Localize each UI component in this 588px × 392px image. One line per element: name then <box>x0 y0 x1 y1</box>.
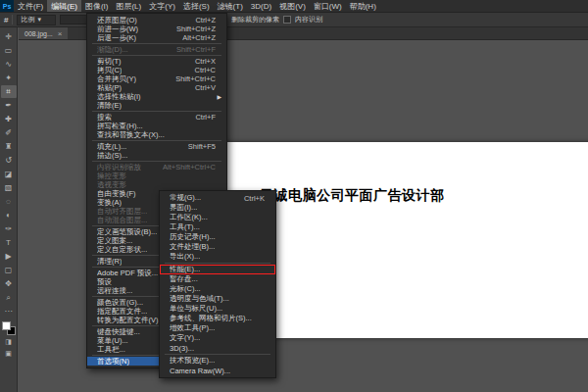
crop-ratio-dropdown[interactable]: 比例 ▾ <box>17 15 56 25</box>
submenu-item-workspace[interactable]: 工作区(K)... <box>160 213 275 222</box>
menubar-item-file[interactable]: 文件(F) <box>14 0 47 12</box>
submenu-item-plug-ins[interactable]: 增效工具(P)... <box>160 323 275 333</box>
menu-separator <box>165 354 270 355</box>
submenu-arrow-icon: ▶ <box>216 93 221 100</box>
foreground-color-swatch[interactable] <box>2 321 11 330</box>
menubar-item-select[interactable]: 选择(S) <box>179 0 214 12</box>
menubar-item-edit[interactable]: 编辑(E) <box>47 0 81 12</box>
edit-toolbar-button[interactable]: ⋯ <box>1 305 17 318</box>
photoshop-window: Ps 文件(F) 编辑(E) 图像(I) 图层(L) 文字(Y) 选择(S) 滤… <box>0 0 588 392</box>
menu-item-stroke[interactable]: 描边(S)... <box>87 151 226 160</box>
crop-width-input[interactable] <box>60 15 89 24</box>
menu-item-find-replace-text[interactable]: 查找和替换文本(X)... <box>87 130 226 139</box>
pen-tool[interactable]: ✑ <box>1 222 17 235</box>
menu-item-step-backward[interactable]: 后退一步(K) Alt+Ctrl+Z <box>87 33 226 42</box>
submenu-item-units-rulers[interactable]: 单位与标尺(U)... <box>160 304 275 314</box>
document-tab[interactable]: 008.jpg... × <box>19 27 68 39</box>
menu-item-fade[interactable]: 渐隐(D)... Shift+Ctrl+F <box>87 45 226 54</box>
hand-tool[interactable]: ✥ <box>1 277 17 290</box>
menubar-item-layer[interactable]: 图层(L) <box>112 0 145 12</box>
rectangular-marquee-tool[interactable]: ▭ <box>1 44 17 57</box>
quick-mask-icon: ◨ <box>5 338 12 346</box>
zoom-tool[interactable]: ⌕ <box>1 291 17 304</box>
crop-tool-icon: # <box>4 16 8 24</box>
blur-tool[interactable]: ◌ <box>1 195 17 208</box>
quick-mask-button[interactable]: ◨ <box>1 336 17 347</box>
submenu-item-guides-grid-slices[interactable]: 参考线、网格和切片(S)... <box>160 314 275 323</box>
submenu-item-history-log[interactable]: 历史记录(H)... <box>160 232 275 242</box>
app-icon: Ps <box>0 0 14 12</box>
submenu-item-cursors[interactable]: 光标(C)... <box>160 284 275 294</box>
crop-tool[interactable]: ⌗ <box>1 85 17 98</box>
submenu-item-performance[interactable]: 性能(E)... <box>160 265 275 274</box>
menu-item-clear[interactable]: 清除(E) <box>87 101 226 110</box>
divider <box>12 15 13 24</box>
screen-mode-button[interactable]: ▣ <box>1 348 17 359</box>
document-tab-label: 008.jpg... <box>24 30 53 37</box>
gradient-tool[interactable]: ▧ <box>1 181 17 194</box>
menu-separator <box>165 263 270 264</box>
menubar-item-type[interactable]: 文字(Y) <box>145 0 179 12</box>
rectangle-tool[interactable]: ▢ <box>1 264 17 276</box>
submenu-item-camera-raw[interactable]: Camera Raw(W)... <box>160 366 275 375</box>
submenu-item-export[interactable]: 导出(X)... <box>160 252 275 262</box>
menubar-item-3d[interactable]: 3D(D) <box>247 0 275 12</box>
menubar: Ps 文件(F) 编辑(E) 图像(I) 图层(L) 文字(Y) 选择(S) 滤… <box>0 0 588 13</box>
document-headline-text: 天诚电脑公司平面广告设计部 <box>260 187 445 205</box>
history-brush-tool[interactable]: ↺ <box>1 154 17 167</box>
lasso-tool[interactable]: ∿ <box>1 58 17 71</box>
tool-panel: ✛ ▭ ∿ ✦ ⌗ ✒ ✚ ✐ ♜ ↺ <box>0 27 18 392</box>
submenu-item-technology-previews[interactable]: 技术预览(E)... <box>160 356 275 366</box>
menubar-item-view[interactable]: 视图(V) <box>275 0 310 12</box>
submenu-item-type[interactable]: 文字(Y)... <box>160 333 275 343</box>
move-tool[interactable]: ✛ <box>1 30 17 43</box>
preferences-submenu: 常规(G)... Ctrl+K 界面(I)... 工作区(K)... 工具(T)… <box>159 190 276 378</box>
horizontal-type-tool[interactable]: T <box>1 236 17 249</box>
menubar-item-image[interactable]: 图像(I) <box>81 0 113 12</box>
delete-cropped-pixels-label: 删除裁剪的像素 <box>231 15 279 24</box>
menubar-item-window[interactable]: 窗口(W) <box>310 0 346 12</box>
menubar-item-filter[interactable]: 滤镜(T) <box>214 0 247 12</box>
submenu-item-3d[interactable]: 3D(3)... <box>160 343 275 353</box>
color-swatches <box>2 321 16 335</box>
spot-healing-brush-tool[interactable]: ✚ <box>1 113 17 125</box>
content-aware-checkbox[interactable] <box>283 16 291 24</box>
menubar-item-help[interactable]: 帮助(H) <box>346 0 380 12</box>
submenu-item-scratch-disks[interactable]: 暂存盘... <box>160 274 275 284</box>
eyedropper-tool[interactable]: ✒ <box>1 99 17 112</box>
dodge-tool[interactable]: ◐ <box>1 209 17 221</box>
submenu-item-tools[interactable]: 工具(T)... <box>160 222 275 232</box>
brush-tool[interactable]: ✐ <box>1 126 17 139</box>
screen-mode-icon: ▣ <box>5 350 12 358</box>
chevron-down-icon: ▾ <box>37 16 41 24</box>
submenu-item-interface[interactable]: 界面(I)... <box>160 203 275 213</box>
submenu-item-transparency-gamut[interactable]: 透明度与色域(T)... <box>160 294 275 304</box>
path-selection-tool[interactable]: ▶ <box>1 250 17 263</box>
eraser-tool[interactable]: ◪ <box>1 168 17 180</box>
clone-stamp-tool[interactable]: ♜ <box>1 140 17 153</box>
content-aware-label: 内容识别 <box>295 15 322 24</box>
close-icon[interactable]: × <box>58 29 63 38</box>
submenu-item-general[interactable]: 常规(G)... Ctrl+K <box>160 193 275 203</box>
quick-selection-tool[interactable]: ✦ <box>1 72 17 84</box>
submenu-item-file-handling[interactable]: 文件处理(B)... <box>160 242 275 252</box>
